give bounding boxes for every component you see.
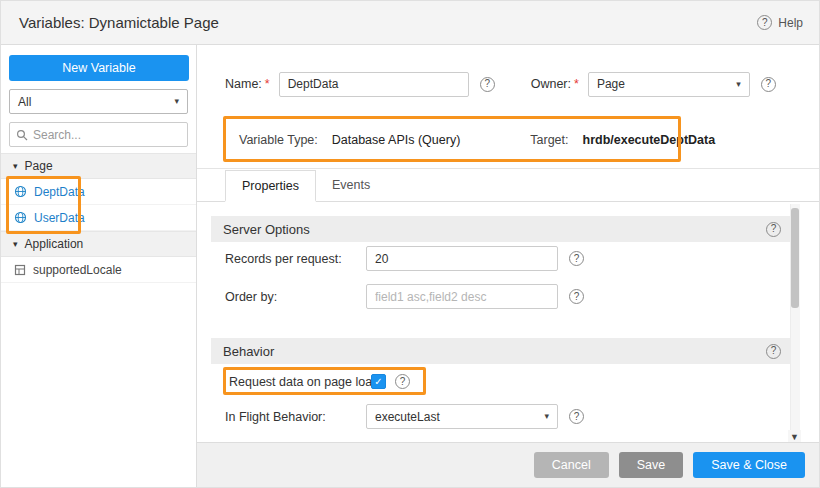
required-mark: * [265, 77, 270, 91]
name-input[interactable] [279, 72, 469, 97]
service-variable-icon [14, 185, 27, 198]
orderby-label: Order by: [225, 290, 277, 304]
variables-tree: ▾ Page DeptData UserData ▾ Application [1, 153, 196, 283]
search-box [9, 122, 188, 147]
help-icon[interactable]: ? [569, 251, 584, 266]
tree-expanded-icon: ▾ [13, 162, 18, 171]
save-and-close-button[interactable]: Save & Close [693, 452, 805, 478]
tab-events[interactable]: Events [316, 169, 386, 201]
order-by-row: Order by: ? [225, 284, 805, 310]
owner-select[interactable]: Page ▾ [588, 72, 750, 97]
service-variable-icon [14, 211, 27, 224]
tree-item-label: UserData [34, 211, 85, 225]
records-label: Records per request: [225, 252, 342, 266]
help-icon[interactable]: ? [766, 222, 781, 237]
chevron-down-icon: ▾ [736, 80, 741, 89]
scrollbar-thumb[interactable] [791, 208, 799, 308]
inflight-label: In Flight Behavior: [225, 410, 326, 424]
page-title: Variables: Dynamictable Page [19, 14, 219, 31]
variable-type-label: Variable Type: [239, 133, 318, 147]
inflight-select[interactable]: executeLast ▾ [366, 404, 558, 429]
help-label: Help [778, 16, 803, 30]
search-icon [16, 129, 28, 141]
variable-type-row: Variable Type: Database APIs (Query) Tar… [239, 133, 715, 147]
inflight-behavior-row: In Flight Behavior: executeLast ▾ ? [225, 404, 805, 430]
tree-item-label: supportedLocale [33, 263, 122, 277]
help-icon[interactable]: ? [480, 77, 495, 92]
request-data-checkbox[interactable]: ✓ [371, 374, 386, 389]
inflight-select-value: executeLast [375, 410, 440, 424]
tab-properties[interactable]: Properties [225, 170, 316, 202]
owner-select-value: Page [597, 77, 625, 91]
help-icon[interactable]: ? [766, 344, 781, 359]
records-input[interactable] [366, 246, 558, 271]
request-data-row: Request data on page load ✓ ? [229, 369, 809, 395]
tree-item-label: DeptData [34, 185, 85, 199]
variable-summary-card: Name: * ? Owner: * Page ▾ ? Variable Typ… [197, 45, 820, 169]
save-button[interactable]: Save [619, 452, 684, 478]
request-data-label: Request data on page load [229, 375, 379, 389]
server-options-title: Server Options [223, 222, 310, 237]
behavior-title: Behavior [223, 344, 274, 359]
variable-type-value: Database APIs (Query) [332, 133, 461, 147]
search-input[interactable] [33, 128, 181, 142]
help-button[interactable]: ? Help [757, 15, 803, 30]
dialog-footer: Cancel Save Save & Close [197, 442, 820, 487]
tree-item-supportedlocale[interactable]: supportedLocale [1, 257, 196, 283]
behavior-header: Behavior ? [211, 338, 791, 364]
variables-dialog: Variables: Dynamictable Page ? Help New … [0, 0, 820, 488]
help-icon[interactable]: ? [395, 374, 410, 389]
cancel-button[interactable]: Cancel [534, 452, 609, 478]
tree-section-label: Page [25, 159, 53, 173]
new-variable-button[interactable]: New Variable [9, 55, 189, 81]
dialog-header: Variables: Dynamictable Page ? Help [1, 1, 820, 45]
model-variable-icon [14, 264, 26, 276]
target-label: Target: [530, 133, 568, 147]
tree-item-deptdata[interactable]: DeptData [1, 179, 196, 205]
help-icon[interactable]: ? [569, 409, 584, 424]
orderby-input[interactable] [366, 284, 558, 309]
records-per-request-row: Records per request: ? [225, 246, 805, 272]
main-panel: Name: * ? Owner: * Page ▾ ? Variable Typ… [197, 45, 820, 444]
help-icon[interactable]: ? [761, 77, 776, 92]
chevron-down-icon: ▾ [174, 97, 179, 106]
owner-label: Owner: [531, 77, 571, 91]
tab-bar: Properties Events [197, 169, 820, 202]
required-mark: * [574, 77, 579, 91]
tree-expanded-icon: ▾ [13, 240, 18, 249]
help-icon[interactable]: ? [569, 289, 584, 304]
target-value: hrdb/executeDeptData [583, 133, 716, 147]
sidebar: New Variable All ▾ ▾ Page DeptData [1, 45, 197, 488]
name-label: Name: [225, 77, 262, 91]
help-icon: ? [757, 15, 772, 30]
filter-select[interactable]: All ▾ [9, 89, 188, 114]
server-options-header: Server Options ? [211, 216, 791, 242]
chevron-down-icon: ▾ [544, 412, 549, 421]
tree-section-label: Application [25, 237, 84, 251]
name-owner-row: Name: * ? Owner: * Page ▾ ? [225, 71, 776, 97]
filter-select-value: All [18, 95, 31, 109]
tree-section-application[interactable]: ▾ Application [1, 231, 196, 257]
tree-item-userdata[interactable]: UserData [1, 205, 196, 231]
tree-section-page[interactable]: ▾ Page [1, 153, 196, 179]
